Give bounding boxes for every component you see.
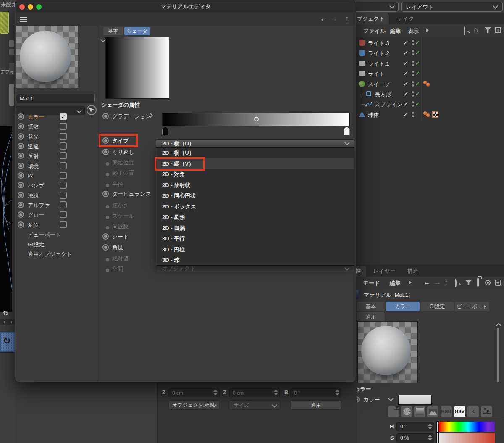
channel-row[interactable]: バンプ [15, 181, 97, 190]
param-radio[interactable] [102, 244, 109, 251]
object-row[interactable]: ライト.3 ✓ [351, 38, 504, 48]
up-arrow-icon[interactable]: ↑ [444, 278, 448, 287]
search-icon[interactable] [455, 279, 457, 287]
visibility-dots-icon[interactable] [412, 101, 414, 108]
dropdown-option[interactable]: 3D - 球 [156, 255, 354, 265]
gradient-stop-black[interactable] [162, 127, 168, 135]
channel-radio[interactable] [18, 211, 24, 218]
gradient-stop-white[interactable] [344, 127, 350, 135]
enabled-check-icon[interactable]: ✓ [415, 50, 420, 56]
home-icon[interactable]: ⌂ [474, 26, 478, 33]
dropdown-option[interactable]: 2D - 同心円状 [156, 190, 354, 201]
param-radio[interactable] [102, 191, 109, 197]
toolbar-icon-cut[interactable] [9, 84, 14, 106]
sat-value-field[interactable]: 0 % [396, 433, 434, 443]
hsv-mode-button[interactable]: HSV [454, 406, 465, 417]
channel-row[interactable]: 環境 [15, 161, 97, 171]
object-row[interactable]: ライト ✓ [351, 69, 504, 79]
material-thumbnail-cut[interactable] [0, 12, 9, 34]
tab-take[interactable]: テイク [391, 13, 420, 24]
scroll-up-icon[interactable] [496, 323, 501, 328]
channel-row[interactable]: 反射 [15, 151, 97, 161]
filter-icon[interactable] [465, 280, 472, 285]
dropdown-option[interactable]: 3D - 円柱 [156, 244, 354, 255]
type-dropdown[interactable]: 2D - 横（U） [156, 139, 354, 147]
timeline-ruler[interactable] [0, 319, 15, 325]
channel-checkbox[interactable] [60, 221, 67, 228]
dropdown-option[interactable]: 2D - 横（U） [156, 148, 354, 158]
enabled-check-icon[interactable]: ✓ [415, 91, 420, 97]
coord-mode-dropdown[interactable]: オブジェクト:相対 [168, 400, 220, 410]
visibility-dots-icon[interactable] [412, 112, 414, 119]
visibility-dots-icon[interactable] [412, 61, 414, 67]
tab-basic[interactable]: 基本 [103, 27, 123, 35]
channel-row[interactable]: 法線 [15, 191, 97, 200]
color-wheel-button[interactable] [401, 406, 412, 417]
dropdown-option[interactable]: 2D - ボックス [156, 201, 354, 212]
mat-tab-gi[interactable]: GI設定 [421, 302, 454, 311]
back-arrow-icon[interactable]: ← [423, 278, 430, 287]
b-spinner[interactable] [335, 390, 339, 396]
material-editor-window[interactable]: マテリアルエディタ ← → ↑ カラー ✓ [15, 0, 356, 382]
mat-tab-viewport[interactable]: ビューポート [455, 302, 489, 311]
layout-dropdown[interactable]: レイアウト [401, 2, 503, 12]
enabled-check-icon[interactable]: ✓ [415, 70, 420, 76]
channel-checkbox[interactable] [60, 211, 67, 218]
forward-arrow-icon[interactable]: → [434, 278, 441, 287]
target-icon[interactable] [485, 280, 491, 285]
channel-checkbox[interactable] [60, 192, 67, 199]
dropdown-option[interactable]: 3D - 平行 [156, 233, 354, 244]
filter-icon[interactable] [485, 27, 491, 33]
channel-checkbox[interactable] [60, 162, 67, 169]
channel-radio[interactable] [18, 153, 24, 159]
channel-radio[interactable] [18, 113, 24, 120]
channel-row[interactable]: 変位 [15, 220, 97, 229]
tab-layers[interactable]: レイヤー [369, 266, 400, 277]
channel-row[interactable]: グロー [15, 210, 97, 219]
menu-edit[interactable]: 編集 [390, 280, 401, 287]
channel-row[interactable]: アルファ [15, 200, 97, 210]
channel-row[interactable]: 透過 [15, 142, 97, 151]
channel-radio[interactable] [18, 133, 24, 140]
scrollbar[interactable] [497, 328, 499, 382]
visibility-dots-icon[interactable] [412, 91, 414, 98]
channel-radio[interactable] [18, 202, 24, 208]
channel-checkbox[interactable] [60, 133, 67, 140]
search-icon[interactable] [464, 26, 465, 35]
gradient-bar[interactable] [162, 113, 350, 126]
channel-checkbox[interactable]: ✓ [60, 113, 67, 120]
texture-tag-icon[interactable] [432, 111, 438, 118]
compare-mode-button[interactable] [388, 406, 399, 417]
channel-checkbox[interactable] [60, 201, 67, 208]
image-mode-button[interactable] [427, 406, 438, 417]
loop-playback-button[interactable]: ↻ [0, 332, 15, 352]
z1-spinner[interactable] [213, 390, 218, 396]
channel-checkbox[interactable] [60, 142, 67, 150]
channel-checkbox[interactable] [60, 123, 67, 130]
channel-radio[interactable] [18, 192, 24, 198]
toolbar-icon-cut[interactable] [9, 40, 14, 47]
channel-radio[interactable] [18, 182, 24, 188]
back-arrow-icon[interactable]: ← [320, 15, 327, 23]
param-radio[interactable] [102, 233, 109, 240]
channel-radio[interactable] [18, 143, 24, 149]
b-field[interactable]: 0 ° [290, 388, 341, 397]
z1-field[interactable]: 0 cm [168, 388, 220, 397]
object-row[interactable]: スイープ ✓ [351, 79, 504, 89]
param-radio[interactable] [102, 149, 109, 155]
sat-slider[interactable] [439, 433, 495, 443]
mat-tab-basic[interactable]: 基本 [357, 302, 385, 311]
visibility-dots-icon[interactable] [412, 40, 414, 47]
enabled-check-icon[interactable]: ✓ [415, 40, 420, 46]
menu-file[interactable]: ファイル [363, 27, 386, 35]
material-name-input[interactable] [16, 94, 95, 103]
channel-row-color[interactable]: カラー ✓ [15, 112, 97, 121]
channel-radio[interactable] [18, 172, 24, 179]
gradient-knot[interactable] [254, 117, 259, 121]
gradient-radio[interactable] [102, 113, 109, 119]
menu-more-arrow[interactable] [426, 28, 429, 32]
visibility-dots-icon[interactable] [412, 71, 414, 77]
hue-slider[interactable] [439, 422, 495, 432]
mat-tab-color[interactable]: カラー [386, 302, 420, 311]
dropdown-option[interactable]: 2D - 放射状 [156, 180, 354, 190]
